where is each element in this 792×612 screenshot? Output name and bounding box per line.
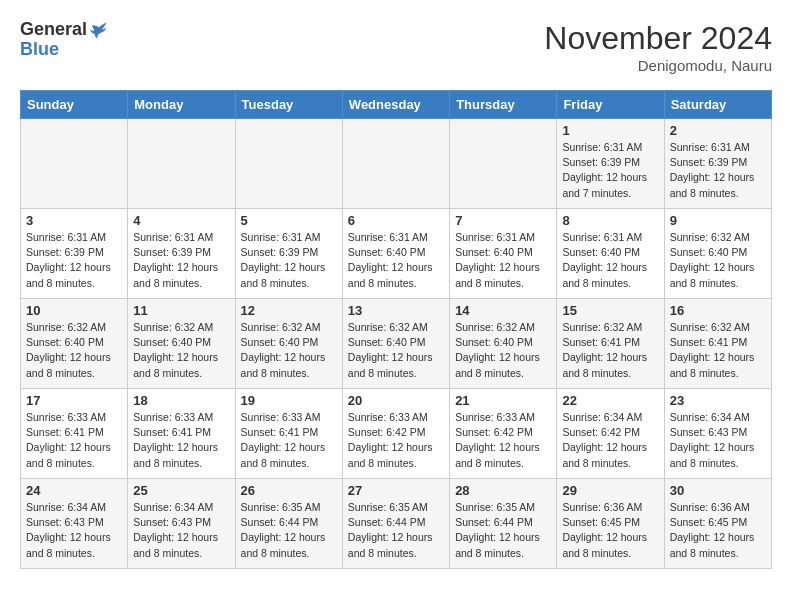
calendar-cell: 16Sunrise: 6:32 AMSunset: 6:41 PMDayligh… [664, 299, 771, 389]
calendar-header-row: SundayMondayTuesdayWednesdayThursdayFrid… [21, 91, 772, 119]
day-number: 1 [562, 123, 658, 138]
calendar-cell: 9Sunrise: 6:32 AMSunset: 6:40 PMDaylight… [664, 209, 771, 299]
day-info: Sunrise: 6:31 AMSunset: 6:39 PMDaylight:… [133, 230, 229, 291]
day-info: Sunrise: 6:32 AMSunset: 6:41 PMDaylight:… [562, 320, 658, 381]
day-info: Sunrise: 6:35 AMSunset: 6:44 PMDaylight:… [241, 500, 337, 561]
calendar-table: SundayMondayTuesdayWednesdayThursdayFrid… [20, 90, 772, 569]
day-number: 3 [26, 213, 122, 228]
day-info: Sunrise: 6:35 AMSunset: 6:44 PMDaylight:… [455, 500, 551, 561]
calendar-cell: 26Sunrise: 6:35 AMSunset: 6:44 PMDayligh… [235, 479, 342, 569]
header-saturday: Saturday [664, 91, 771, 119]
day-number: 19 [241, 393, 337, 408]
calendar-cell: 2Sunrise: 6:31 AMSunset: 6:39 PMDaylight… [664, 119, 771, 209]
header-friday: Friday [557, 91, 664, 119]
day-info: Sunrise: 6:34 AMSunset: 6:42 PMDaylight:… [562, 410, 658, 471]
logo-general-text: General [20, 20, 87, 40]
header-monday: Monday [128, 91, 235, 119]
calendar-cell: 25Sunrise: 6:34 AMSunset: 6:43 PMDayligh… [128, 479, 235, 569]
location-text: Denigomodu, Nauru [544, 57, 772, 74]
calendar-cell: 13Sunrise: 6:32 AMSunset: 6:40 PMDayligh… [342, 299, 449, 389]
calendar-cell [450, 119, 557, 209]
day-info: Sunrise: 6:32 AMSunset: 6:40 PMDaylight:… [241, 320, 337, 381]
day-info: Sunrise: 6:31 AMSunset: 6:40 PMDaylight:… [562, 230, 658, 291]
week-row-4: 17Sunrise: 6:33 AMSunset: 6:41 PMDayligh… [21, 389, 772, 479]
calendar-cell: 24Sunrise: 6:34 AMSunset: 6:43 PMDayligh… [21, 479, 128, 569]
day-info: Sunrise: 6:34 AMSunset: 6:43 PMDaylight:… [670, 410, 766, 471]
day-number: 22 [562, 393, 658, 408]
day-info: Sunrise: 6:34 AMSunset: 6:43 PMDaylight:… [133, 500, 229, 561]
calendar-cell: 20Sunrise: 6:33 AMSunset: 6:42 PMDayligh… [342, 389, 449, 479]
day-number: 13 [348, 303, 444, 318]
day-info: Sunrise: 6:32 AMSunset: 6:40 PMDaylight:… [455, 320, 551, 381]
day-info: Sunrise: 6:35 AMSunset: 6:44 PMDaylight:… [348, 500, 444, 561]
calendar-cell: 21Sunrise: 6:33 AMSunset: 6:42 PMDayligh… [450, 389, 557, 479]
day-number: 26 [241, 483, 337, 498]
calendar-cell: 1Sunrise: 6:31 AMSunset: 6:39 PMDaylight… [557, 119, 664, 209]
calendar-cell: 11Sunrise: 6:32 AMSunset: 6:40 PMDayligh… [128, 299, 235, 389]
day-number: 18 [133, 393, 229, 408]
day-number: 23 [670, 393, 766, 408]
calendar-cell [235, 119, 342, 209]
calendar-cell: 27Sunrise: 6:35 AMSunset: 6:44 PMDayligh… [342, 479, 449, 569]
day-info: Sunrise: 6:31 AMSunset: 6:40 PMDaylight:… [348, 230, 444, 291]
day-number: 28 [455, 483, 551, 498]
day-info: Sunrise: 6:32 AMSunset: 6:40 PMDaylight:… [133, 320, 229, 381]
week-row-2: 3Sunrise: 6:31 AMSunset: 6:39 PMDaylight… [21, 209, 772, 299]
day-info: Sunrise: 6:33 AMSunset: 6:41 PMDaylight:… [26, 410, 122, 471]
day-number: 14 [455, 303, 551, 318]
header-thursday: Thursday [450, 91, 557, 119]
day-number: 15 [562, 303, 658, 318]
week-row-1: 1Sunrise: 6:31 AMSunset: 6:39 PMDaylight… [21, 119, 772, 209]
logo: General Blue [20, 20, 109, 60]
calendar-cell: 15Sunrise: 6:32 AMSunset: 6:41 PMDayligh… [557, 299, 664, 389]
calendar-cell: 17Sunrise: 6:33 AMSunset: 6:41 PMDayligh… [21, 389, 128, 479]
header-sunday: Sunday [21, 91, 128, 119]
month-title: November 2024 [544, 20, 772, 57]
day-info: Sunrise: 6:32 AMSunset: 6:40 PMDaylight:… [348, 320, 444, 381]
day-number: 24 [26, 483, 122, 498]
day-number: 6 [348, 213, 444, 228]
day-number: 4 [133, 213, 229, 228]
day-number: 2 [670, 123, 766, 138]
calendar-cell: 8Sunrise: 6:31 AMSunset: 6:40 PMDaylight… [557, 209, 664, 299]
day-info: Sunrise: 6:31 AMSunset: 6:39 PMDaylight:… [670, 140, 766, 201]
calendar-cell: 30Sunrise: 6:36 AMSunset: 6:45 PMDayligh… [664, 479, 771, 569]
day-info: Sunrise: 6:31 AMSunset: 6:39 PMDaylight:… [241, 230, 337, 291]
calendar-cell [21, 119, 128, 209]
day-number: 8 [562, 213, 658, 228]
header-tuesday: Tuesday [235, 91, 342, 119]
day-number: 27 [348, 483, 444, 498]
day-info: Sunrise: 6:36 AMSunset: 6:45 PMDaylight:… [670, 500, 766, 561]
day-info: Sunrise: 6:36 AMSunset: 6:45 PMDaylight:… [562, 500, 658, 561]
day-info: Sunrise: 6:31 AMSunset: 6:39 PMDaylight:… [26, 230, 122, 291]
week-row-3: 10Sunrise: 6:32 AMSunset: 6:40 PMDayligh… [21, 299, 772, 389]
day-number: 21 [455, 393, 551, 408]
week-row-5: 24Sunrise: 6:34 AMSunset: 6:43 PMDayligh… [21, 479, 772, 569]
logo-blue-text: Blue [20, 40, 109, 60]
day-number: 10 [26, 303, 122, 318]
day-info: Sunrise: 6:33 AMSunset: 6:42 PMDaylight:… [348, 410, 444, 471]
day-number: 17 [26, 393, 122, 408]
calendar-cell: 29Sunrise: 6:36 AMSunset: 6:45 PMDayligh… [557, 479, 664, 569]
day-number: 9 [670, 213, 766, 228]
day-info: Sunrise: 6:33 AMSunset: 6:41 PMDaylight:… [241, 410, 337, 471]
calendar-cell: 4Sunrise: 6:31 AMSunset: 6:39 PMDaylight… [128, 209, 235, 299]
title-block: November 2024 Denigomodu, Nauru [544, 20, 772, 74]
calendar-cell: 5Sunrise: 6:31 AMSunset: 6:39 PMDaylight… [235, 209, 342, 299]
calendar-cell [128, 119, 235, 209]
day-info: Sunrise: 6:32 AMSunset: 6:40 PMDaylight:… [26, 320, 122, 381]
day-info: Sunrise: 6:31 AMSunset: 6:39 PMDaylight:… [562, 140, 658, 201]
page-header: General Blue November 2024 Denigomodu, N… [20, 20, 772, 74]
calendar-cell: 6Sunrise: 6:31 AMSunset: 6:40 PMDaylight… [342, 209, 449, 299]
calendar-cell: 12Sunrise: 6:32 AMSunset: 6:40 PMDayligh… [235, 299, 342, 389]
day-number: 29 [562, 483, 658, 498]
day-info: Sunrise: 6:34 AMSunset: 6:43 PMDaylight:… [26, 500, 122, 561]
day-number: 25 [133, 483, 229, 498]
calendar-cell: 28Sunrise: 6:35 AMSunset: 6:44 PMDayligh… [450, 479, 557, 569]
calendar-cell: 7Sunrise: 6:31 AMSunset: 6:40 PMDaylight… [450, 209, 557, 299]
day-number: 7 [455, 213, 551, 228]
day-number: 12 [241, 303, 337, 318]
calendar-cell: 22Sunrise: 6:34 AMSunset: 6:42 PMDayligh… [557, 389, 664, 479]
calendar-cell: 10Sunrise: 6:32 AMSunset: 6:40 PMDayligh… [21, 299, 128, 389]
day-number: 20 [348, 393, 444, 408]
